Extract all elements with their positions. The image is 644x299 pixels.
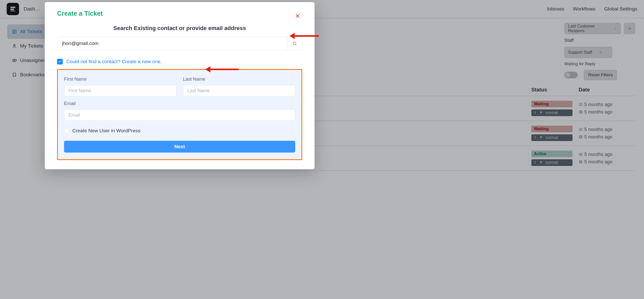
contact-search: [57, 37, 302, 50]
search-icon: [292, 41, 297, 46]
svg-point-12: [293, 42, 296, 44]
first-name-input[interactable]: [64, 85, 176, 96]
email-label: Email: [64, 101, 295, 106]
check-icon: [58, 60, 62, 63]
create-contact-link[interactable]: Could not find a contact? Create a new o…: [66, 59, 162, 64]
first-name-label: First Name: [64, 77, 176, 82]
modal-overlay: Create a Ticket Search Existing contact …: [0, 0, 644, 299]
modal-subtitle: Search Existing contact or provide email…: [57, 25, 302, 32]
email-input[interactable]: [64, 109, 295, 121]
contact-search-input[interactable]: [57, 37, 287, 50]
last-name-input[interactable]: [183, 85, 296, 96]
annotation-arrow: [290, 33, 319, 39]
close-icon: [295, 13, 300, 19]
wp-user-checkbox[interactable]: [64, 128, 69, 133]
last-name-label: Last Name: [183, 77, 296, 82]
annotation-arrow: [205, 66, 239, 72]
create-contact-checkbox[interactable]: [57, 59, 63, 64]
create-ticket-modal: Create a Ticket Search Existing contact …: [45, 2, 315, 169]
close-button[interactable]: [294, 12, 301, 20]
modal-title: Create a Ticket: [57, 10, 302, 17]
new-contact-panel: First Name Last Name Email Create New Us…: [57, 69, 302, 160]
next-button[interactable]: Next: [64, 141, 295, 153]
wp-user-label: Create New User in WordPress: [72, 128, 140, 134]
